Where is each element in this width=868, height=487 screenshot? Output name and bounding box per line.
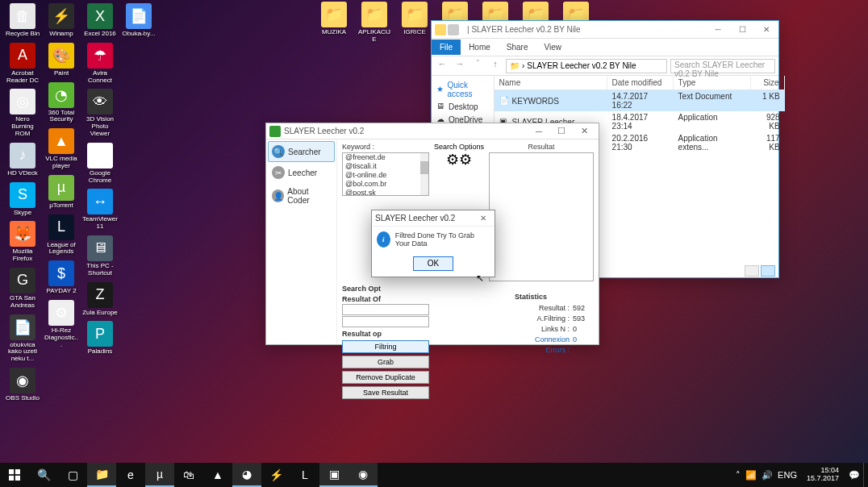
- column-headers[interactable]: Name Date modified Type Size: [495, 76, 785, 90]
- recent-button[interactable]: ˅: [470, 59, 485, 73]
- dialog-message: Filtred Done Try To Grab Your Data: [395, 231, 490, 248]
- explorer-search[interactable]: Search SLAYER Leecher v0.2 BY Nile: [670, 59, 775, 73]
- taskbar-chrome-button[interactable]: ◕: [232, 463, 261, 487]
- desktop-icon[interactable]: ◕Google Chrome: [82, 143, 118, 185]
- result-field[interactable]: [342, 304, 429, 315]
- keyword-list[interactable]: @freenet.de@tiscali.it@t-online.de@bol.c…: [342, 152, 429, 196]
- taskbar-search-button[interactable]: 🔍: [29, 463, 58, 487]
- back-button[interactable]: ←: [435, 59, 449, 73]
- remove-dup-button[interactable]: Remove Duplicate: [342, 371, 429, 384]
- minimize-button[interactable]: ─: [706, 22, 730, 38]
- keyword-item[interactable]: @tiscali.it: [343, 162, 428, 171]
- clock[interactable]: 15:04 15.7.2017: [802, 467, 844, 483]
- address-path[interactable]: 📁 › SLAYER Leecher v0.2 BY Nile: [506, 59, 667, 73]
- desktop-folder[interactable]: 📁APLIKACIJE: [357, 2, 392, 44]
- desktop-icon[interactable]: $PAYDAY 2: [44, 260, 79, 295]
- grab-button[interactable]: Grab: [342, 356, 429, 368]
- forward-button[interactable]: →: [453, 59, 467, 73]
- desktop-icon[interactable]: LLeague of Legends: [44, 214, 79, 256]
- desktop-icon[interactable]: 📄Obuka-by...: [121, 3, 156, 38]
- notifications-icon[interactable]: 💬: [849, 470, 860, 481]
- taskbar-edge-button[interactable]: e: [116, 463, 145, 487]
- taskbar-winamp-button[interactable]: ⚡: [261, 463, 290, 487]
- icon-label: HD VDeck: [5, 170, 40, 177]
- maximize-button[interactable]: ☐: [550, 126, 573, 136]
- desktop-icon[interactable]: ◉OBS Studio: [5, 368, 40, 402]
- result-listbox[interactable]: [489, 152, 594, 281]
- stat-row: Links N :0: [515, 324, 585, 335]
- desktop-icon[interactable]: 👁3D Vision Photo Viewer: [82, 89, 118, 137]
- desktop-icon[interactable]: ZZula Europe: [82, 282, 118, 317]
- taskbar-lol-button[interactable]: L: [290, 463, 319, 487]
- nav-item[interactable]: ★Quick access: [433, 79, 492, 100]
- slayer-tab[interactable]: 🔍Searcher: [268, 141, 335, 162]
- taskbar-explorer-button[interactable]: 📁: [87, 463, 116, 487]
- scrollbar[interactable]: [420, 153, 428, 195]
- keyword-item[interactable]: @bol.com.br: [343, 180, 428, 189]
- ribbon-share[interactable]: Share: [499, 40, 536, 55]
- icons-view-button[interactable]: [761, 265, 775, 277]
- taskbar-vlc-button[interactable]: ▲: [203, 463, 232, 487]
- minimize-button[interactable]: ─: [528, 127, 550, 136]
- filtring-button[interactable]: Filtring: [342, 340, 429, 353]
- taskbar-utorrent-button[interactable]: µ: [145, 463, 174, 487]
- desktop-icon[interactable]: 📄obukvica kako uzeti neku t...: [5, 314, 40, 363]
- desktop-icon[interactable]: ☂Avira Connect: [82, 43, 118, 85]
- close-button[interactable]: ✕: [754, 22, 778, 38]
- desktop-icon[interactable]: 🎨Paint: [44, 43, 79, 77]
- network-icon[interactable]: 📶: [745, 470, 757, 481]
- explorer-titlebar[interactable]: | SLAYER Leecher v0.2 BY Nile ─ ☐ ✕: [432, 21, 778, 39]
- icon-label: League of Legends: [44, 242, 79, 256]
- keyword-item[interactable]: @freenet.de: [343, 153, 428, 162]
- result-field2[interactable]: [342, 316, 429, 327]
- slayer-titlebar[interactable]: SLAYER Leecher v0.2 ─ ☐ ✕: [266, 123, 599, 139]
- slayer-tab[interactable]: ✂Leecher: [268, 162, 335, 183]
- desktop-icon[interactable]: ◎Nero Burning ROM: [5, 89, 40, 137]
- keyword-item[interactable]: @t-online.de: [343, 171, 428, 180]
- volume-icon[interactable]: 🔊: [762, 470, 773, 481]
- start-button[interactable]: [0, 463, 29, 487]
- language-indicator[interactable]: ENG: [778, 470, 797, 480]
- gear-icon[interactable]: ⚙⚙: [434, 151, 484, 169]
- slayer-tab[interactable]: 👤About Coder: [268, 183, 335, 209]
- tray-up-icon[interactable]: ˄: [736, 470, 741, 481]
- desktop-icon[interactable]: ⚡Winamp: [44, 3, 79, 38]
- desktop-icon[interactable]: PPaladins: [82, 321, 118, 356]
- keyword-item[interactable]: @post.sk: [343, 189, 428, 196]
- close-button[interactable]: ✕: [475, 214, 491, 223]
- maximize-button[interactable]: ☐: [730, 22, 754, 38]
- desktop-icon[interactable]: XExcel 2016: [82, 3, 118, 38]
- ribbon-file[interactable]: File: [432, 40, 461, 55]
- desktop-icon[interactable]: SSkype: [5, 182, 40, 217]
- desktop-icon[interactable]: 🦊Mozilla Firefox: [5, 221, 40, 263]
- show-desktop-button[interactable]: [863, 463, 868, 487]
- nav-item[interactable]: 🖥Desktop: [433, 100, 492, 113]
- taskbar-obs-button[interactable]: ◉: [348, 463, 378, 487]
- desktop-icon[interactable]: 🗑Recycle Bin: [5, 3, 40, 38]
- desktop-icon[interactable]: µµTorrent: [44, 175, 79, 210]
- explorer-title: | SLAYER Leecher v0.2 BY Nile: [462, 25, 706, 34]
- desktop-icon[interactable]: 🖥This PC - Shortcut: [82, 235, 118, 277]
- desktop-icon[interactable]: ↔TeamViewer 11: [82, 189, 118, 231]
- desktop-icon[interactable]: GGTA San Andreas: [5, 268, 40, 310]
- file-row[interactable]: 📄KEYWORDS14.7.2017 16:22Text Document1 K…: [495, 90, 785, 111]
- desktop-icon[interactable]: ♪HD VDeck: [5, 143, 40, 177]
- desktop-icon[interactable]: ▲VLC media player: [44, 128, 79, 170]
- taskbar-store-button[interactable]: 🛍: [174, 463, 203, 487]
- desktop-folder[interactable]: 📁MUZIKA: [316, 2, 352, 44]
- desktop-icon[interactable]: AAcrobat Reader DC: [5, 43, 40, 85]
- ribbon-home[interactable]: Home: [461, 40, 499, 55]
- close-button[interactable]: ✕: [573, 126, 595, 136]
- desktop-icon[interactable]: ◔360 Total Security: [44, 82, 79, 124]
- details-view-button[interactable]: [745, 265, 759, 277]
- app-icon: ◉: [10, 368, 35, 393]
- ribbon-view[interactable]: View: [536, 40, 570, 55]
- taskbar-taskview-button[interactable]: ▢: [58, 463, 87, 487]
- ok-button[interactable]: OK: [413, 256, 453, 271]
- dialog-titlebar[interactable]: SLAYER Leecher v0.2 ✕: [372, 210, 495, 227]
- desktop-folder[interactable]: 📁IGRICE: [397, 2, 432, 44]
- save-button[interactable]: Save Resultat: [342, 386, 429, 399]
- up-button[interactable]: ↑: [488, 59, 503, 73]
- taskbar-slayer-button[interactable]: ▣: [319, 463, 348, 487]
- desktop-icon[interactable]: ⚙Hi-Rez Diagnostic...: [44, 300, 79, 348]
